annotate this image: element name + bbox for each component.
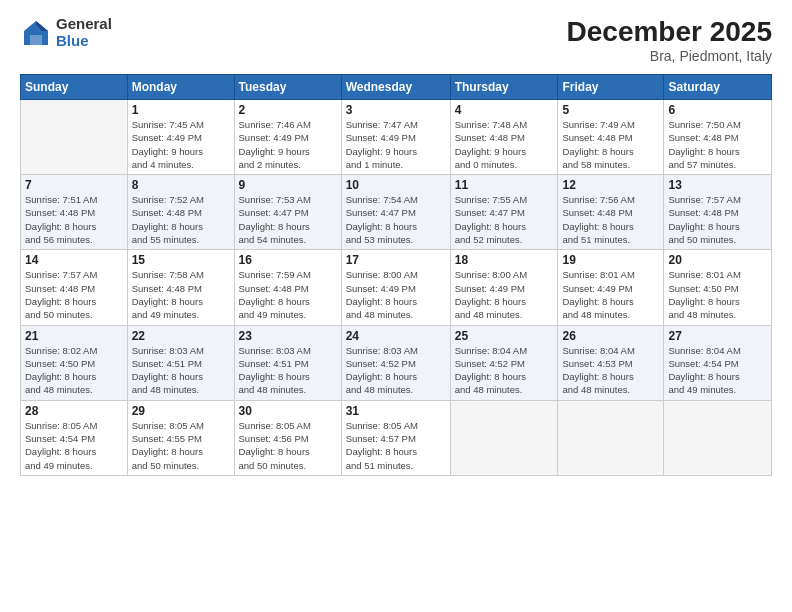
table-row: 7Sunrise: 7:51 AM Sunset: 4:48 PM Daylig… [21, 175, 128, 250]
svg-rect-2 [30, 35, 42, 45]
day-number: 20 [668, 253, 767, 267]
day-info: Sunrise: 7:58 AM Sunset: 4:48 PM Dayligh… [132, 268, 230, 321]
day-info: Sunrise: 8:00 AM Sunset: 4:49 PM Dayligh… [455, 268, 554, 321]
day-number: 31 [346, 404, 446, 418]
day-info: Sunrise: 7:47 AM Sunset: 4:49 PM Dayligh… [346, 118, 446, 171]
table-row: 15Sunrise: 7:58 AM Sunset: 4:48 PM Dayli… [127, 250, 234, 325]
table-row: 11Sunrise: 7:55 AM Sunset: 4:47 PM Dayli… [450, 175, 558, 250]
table-row: 27Sunrise: 8:04 AM Sunset: 4:54 PM Dayli… [664, 325, 772, 400]
table-row: 31Sunrise: 8:05 AM Sunset: 4:57 PM Dayli… [341, 400, 450, 475]
table-row: 9Sunrise: 7:53 AM Sunset: 4:47 PM Daylig… [234, 175, 341, 250]
day-info: Sunrise: 7:54 AM Sunset: 4:47 PM Dayligh… [346, 193, 446, 246]
table-row: 3Sunrise: 7:47 AM Sunset: 4:49 PM Daylig… [341, 100, 450, 175]
table-row: 21Sunrise: 8:02 AM Sunset: 4:50 PM Dayli… [21, 325, 128, 400]
day-info: Sunrise: 8:01 AM Sunset: 4:50 PM Dayligh… [668, 268, 767, 321]
day-number: 29 [132, 404, 230, 418]
table-row: 30Sunrise: 8:05 AM Sunset: 4:56 PM Dayli… [234, 400, 341, 475]
day-number: 22 [132, 329, 230, 343]
day-info: Sunrise: 7:52 AM Sunset: 4:48 PM Dayligh… [132, 193, 230, 246]
day-number: 13 [668, 178, 767, 192]
day-number: 3 [346, 103, 446, 117]
day-info: Sunrise: 7:53 AM Sunset: 4:47 PM Dayligh… [239, 193, 337, 246]
day-number: 9 [239, 178, 337, 192]
day-info: Sunrise: 8:01 AM Sunset: 4:49 PM Dayligh… [562, 268, 659, 321]
table-row: 5Sunrise: 7:49 AM Sunset: 4:48 PM Daylig… [558, 100, 664, 175]
day-number: 21 [25, 329, 123, 343]
day-info: Sunrise: 7:55 AM Sunset: 4:47 PM Dayligh… [455, 193, 554, 246]
header-tuesday: Tuesday [234, 75, 341, 100]
day-info: Sunrise: 7:57 AM Sunset: 4:48 PM Dayligh… [668, 193, 767, 246]
day-number: 17 [346, 253, 446, 267]
table-row: 25Sunrise: 8:04 AM Sunset: 4:52 PM Dayli… [450, 325, 558, 400]
day-info: Sunrise: 8:04 AM Sunset: 4:52 PM Dayligh… [455, 344, 554, 397]
day-info: Sunrise: 7:45 AM Sunset: 4:49 PM Dayligh… [132, 118, 230, 171]
logo-blue: Blue [56, 33, 112, 50]
page: General Blue December 2025 Bra, Piedmont… [0, 0, 792, 612]
day-number: 30 [239, 404, 337, 418]
day-number: 16 [239, 253, 337, 267]
day-info: Sunrise: 8:03 AM Sunset: 4:51 PM Dayligh… [132, 344, 230, 397]
day-number: 4 [455, 103, 554, 117]
day-info: Sunrise: 7:51 AM Sunset: 4:48 PM Dayligh… [25, 193, 123, 246]
table-row: 23Sunrise: 8:03 AM Sunset: 4:51 PM Dayli… [234, 325, 341, 400]
calendar-header-row: Sunday Monday Tuesday Wednesday Thursday… [21, 75, 772, 100]
table-row [21, 100, 128, 175]
table-row [664, 400, 772, 475]
header-monday: Monday [127, 75, 234, 100]
table-row [558, 400, 664, 475]
day-number: 26 [562, 329, 659, 343]
calendar-week-row: 14Sunrise: 7:57 AM Sunset: 4:48 PM Dayli… [21, 250, 772, 325]
day-number: 18 [455, 253, 554, 267]
table-row: 8Sunrise: 7:52 AM Sunset: 4:48 PM Daylig… [127, 175, 234, 250]
table-row: 4Sunrise: 7:48 AM Sunset: 4:48 PM Daylig… [450, 100, 558, 175]
table-row: 20Sunrise: 8:01 AM Sunset: 4:50 PM Dayli… [664, 250, 772, 325]
day-info: Sunrise: 7:57 AM Sunset: 4:48 PM Dayligh… [25, 268, 123, 321]
table-row: 1Sunrise: 7:45 AM Sunset: 4:49 PM Daylig… [127, 100, 234, 175]
table-row: 28Sunrise: 8:05 AM Sunset: 4:54 PM Dayli… [21, 400, 128, 475]
logo-general: General [56, 16, 112, 33]
day-info: Sunrise: 8:05 AM Sunset: 4:54 PM Dayligh… [25, 419, 123, 472]
day-number: 14 [25, 253, 123, 267]
day-number: 23 [239, 329, 337, 343]
day-number: 24 [346, 329, 446, 343]
table-row: 19Sunrise: 8:01 AM Sunset: 4:49 PM Dayli… [558, 250, 664, 325]
day-info: Sunrise: 7:56 AM Sunset: 4:48 PM Dayligh… [562, 193, 659, 246]
day-info: Sunrise: 8:04 AM Sunset: 4:53 PM Dayligh… [562, 344, 659, 397]
table-row: 17Sunrise: 8:00 AM Sunset: 4:49 PM Dayli… [341, 250, 450, 325]
day-number: 6 [668, 103, 767, 117]
table-row: 18Sunrise: 8:00 AM Sunset: 4:49 PM Dayli… [450, 250, 558, 325]
header-friday: Friday [558, 75, 664, 100]
logo: General Blue [20, 16, 112, 49]
calendar-week-row: 21Sunrise: 8:02 AM Sunset: 4:50 PM Dayli… [21, 325, 772, 400]
logo-text: General Blue [56, 16, 112, 49]
header-saturday: Saturday [664, 75, 772, 100]
table-row [450, 400, 558, 475]
table-row: 16Sunrise: 7:59 AM Sunset: 4:48 PM Dayli… [234, 250, 341, 325]
table-row: 10Sunrise: 7:54 AM Sunset: 4:47 PM Dayli… [341, 175, 450, 250]
day-number: 28 [25, 404, 123, 418]
day-info: Sunrise: 7:50 AM Sunset: 4:48 PM Dayligh… [668, 118, 767, 171]
day-info: Sunrise: 8:00 AM Sunset: 4:49 PM Dayligh… [346, 268, 446, 321]
header-sunday: Sunday [21, 75, 128, 100]
day-info: Sunrise: 8:03 AM Sunset: 4:52 PM Dayligh… [346, 344, 446, 397]
table-row: 22Sunrise: 8:03 AM Sunset: 4:51 PM Dayli… [127, 325, 234, 400]
day-info: Sunrise: 7:46 AM Sunset: 4:49 PM Dayligh… [239, 118, 337, 171]
page-subtitle: Bra, Piedmont, Italy [567, 48, 772, 64]
day-number: 8 [132, 178, 230, 192]
title-block: December 2025 Bra, Piedmont, Italy [567, 16, 772, 64]
table-row: 26Sunrise: 8:04 AM Sunset: 4:53 PM Dayli… [558, 325, 664, 400]
day-number: 5 [562, 103, 659, 117]
day-number: 25 [455, 329, 554, 343]
calendar-week-row: 28Sunrise: 8:05 AM Sunset: 4:54 PM Dayli… [21, 400, 772, 475]
day-info: Sunrise: 8:03 AM Sunset: 4:51 PM Dayligh… [239, 344, 337, 397]
calendar: Sunday Monday Tuesday Wednesday Thursday… [20, 74, 772, 476]
header: General Blue December 2025 Bra, Piedmont… [20, 16, 772, 64]
day-info: Sunrise: 8:04 AM Sunset: 4:54 PM Dayligh… [668, 344, 767, 397]
page-title: December 2025 [567, 16, 772, 48]
day-info: Sunrise: 7:49 AM Sunset: 4:48 PM Dayligh… [562, 118, 659, 171]
header-wednesday: Wednesday [341, 75, 450, 100]
day-number: 1 [132, 103, 230, 117]
day-number: 11 [455, 178, 554, 192]
day-number: 10 [346, 178, 446, 192]
table-row: 2Sunrise: 7:46 AM Sunset: 4:49 PM Daylig… [234, 100, 341, 175]
